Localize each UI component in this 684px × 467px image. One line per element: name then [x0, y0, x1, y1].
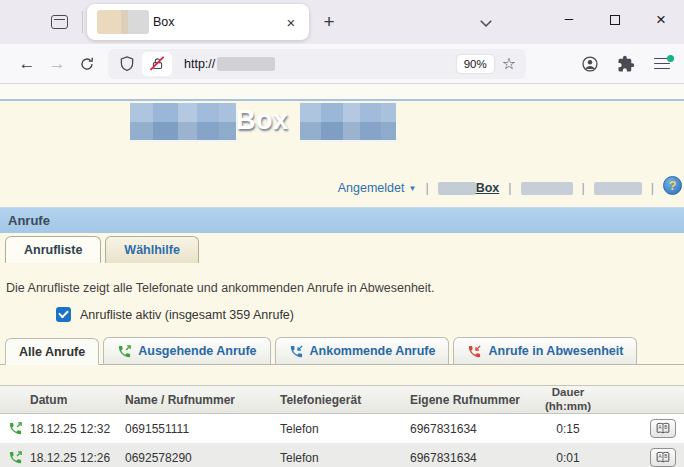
lock-slash-icon — [150, 56, 165, 71]
url-text: http:// — [184, 57, 215, 71]
filter-all-label: Alle Anrufe — [19, 345, 85, 359]
filter-incoming-label: Ankommende Anrufe — [310, 344, 436, 358]
col-own-number: Eigene Rufnummer — [410, 393, 528, 407]
table-row: 18.12.25 12:32 0691551111 Telefon 696783… — [0, 414, 684, 443]
tab-anrufliste[interactable]: Anrufliste — [5, 236, 101, 263]
main-tabs: Anrufliste Wählhilfe — [0, 233, 684, 263]
tab-waehlhilfe[interactable]: Wählhilfe — [105, 236, 199, 263]
checkbox-label: Anrufliste aktiv (insgesamt 359 Anrufe) — [80, 308, 294, 322]
cell-datum: 18.12.25 12:32 — [30, 422, 125, 436]
redacted-url — [217, 57, 275, 71]
cell-device: Telefon — [280, 451, 410, 465]
nav-separator: | — [582, 181, 585, 195]
firefox-view-button[interactable] — [44, 8, 74, 36]
banner-logo-text: Box — [236, 105, 289, 136]
nav-item-box[interactable]: Box — [438, 181, 500, 195]
redacted-brand-right — [300, 103, 396, 142]
firefox-view-icon — [51, 15, 68, 29]
puzzle-icon — [617, 55, 635, 73]
add-to-phonebook-button[interactable] — [650, 419, 676, 438]
filter-missed-label: Anrufe in Abwesenheit — [488, 344, 623, 358]
tab-close-icon[interactable]: × — [281, 12, 301, 32]
redacted-nav-item[interactable] — [521, 182, 573, 195]
cell-device: Telefon — [280, 422, 410, 436]
filter-tab-missed[interactable]: Anrufe in Abwesenheit — [453, 337, 637, 364]
cell-duration: 0:15 — [528, 422, 608, 436]
maximize-icon — [610, 15, 620, 25]
menu-button[interactable] — [647, 49, 676, 78]
page-top-strip — [0, 84, 684, 99]
logged-in-menu[interactable]: Angemeldet ▼ — [338, 181, 417, 195]
add-to-phonebook-button[interactable] — [650, 448, 676, 467]
toolbar-icons — [575, 49, 676, 78]
table-header-row: Datum Name / Rufnummer Telefoniegerät Ei… — [0, 385, 684, 414]
browser-window: Box × + – × ← → http:// 90% ☆ — [0, 0, 684, 467]
page-content: Box Angemeldet ▼ | Box | | | ? Anrufe An… — [0, 84, 684, 467]
redacted-nav-brand — [438, 182, 476, 195]
nav-separator: | — [425, 181, 428, 195]
account-button[interactable] — [575, 49, 604, 78]
outgoing-call-icon — [117, 344, 132, 359]
outgoing-call-icon — [8, 421, 23, 436]
cell-own-number: 6967831634 — [410, 422, 528, 436]
call-list-active-checkbox[interactable] — [56, 307, 71, 322]
account-icon — [581, 55, 599, 73]
top-nav-row: Angemeldet ▼ | Box | | | ? — [0, 146, 684, 207]
browser-titlebar: Box × + – × — [0, 0, 684, 44]
browser-toolbar: ← → http:// 90% ☆ — [0, 44, 684, 84]
insecure-connection-button[interactable] — [142, 52, 172, 76]
tracking-shield-icon[interactable] — [118, 55, 136, 73]
redacted-nav-item[interactable] — [594, 182, 642, 195]
nav-separator: | — [508, 181, 511, 195]
table-gap — [0, 365, 684, 385]
tab-title: Box — [153, 15, 281, 29]
cell-name: 0691551111 — [125, 422, 280, 436]
tab-list-chevron-icon[interactable] — [475, 12, 497, 34]
reload-button[interactable] — [72, 50, 102, 78]
phonebook-icon — [655, 422, 671, 435]
cell-duration: 0:01 — [528, 451, 608, 465]
maximize-button[interactable] — [592, 0, 638, 40]
section-header: Anrufe — [0, 207, 684, 233]
minimize-button[interactable]: – — [546, 0, 592, 40]
filter-tabs: Alle Anrufe Ausgehende Anrufe Ankommende… — [0, 337, 684, 365]
filter-tab-all[interactable]: Alle Anrufe — [5, 338, 99, 365]
col-datum: Datum — [30, 393, 125, 407]
nav-separator: | — [651, 181, 654, 195]
phonebook-icon — [655, 451, 671, 464]
page-title: Anrufe — [8, 213, 50, 228]
filter-tab-incoming[interactable]: Ankommende Anrufe — [275, 337, 450, 364]
redacted-brand-left — [130, 103, 236, 142]
new-tab-button[interactable]: + — [315, 8, 343, 36]
cell-own-number: 6967831634 — [410, 451, 528, 465]
zoom-level-badge[interactable]: 90% — [457, 55, 494, 73]
col-duration: Dauer (hh:mm) — [528, 386, 608, 412]
help-button[interactable]: ? — [663, 176, 682, 195]
cell-name: 0692578290 — [125, 451, 280, 465]
cell-datum: 18.12.25 12:26 — [30, 451, 125, 465]
col-name: Name / Rufnummer — [125, 393, 280, 407]
outgoing-call-icon — [8, 450, 23, 465]
filter-tab-outgoing[interactable]: Ausgehende Anrufe — [103, 337, 270, 364]
nav-box-label: Box — [476, 181, 500, 195]
hamburger-icon — [654, 58, 670, 70]
browser-tab[interactable]: Box × — [87, 4, 309, 40]
missed-call-icon — [467, 344, 482, 359]
router-banner: Box — [0, 99, 684, 146]
col-device: Telefoniegerät — [280, 393, 410, 407]
redacted-favicon — [97, 10, 149, 34]
tab-divider — [82, 11, 83, 33]
call-list-active-row: Anrufliste aktiv (insgesamt 359 Anrufe) — [56, 307, 684, 322]
back-button[interactable]: ← — [12, 50, 42, 78]
filter-outgoing-label: Ausgehende Anrufe — [138, 344, 256, 358]
url-bar[interactable]: http:// 90% ☆ — [108, 49, 526, 79]
call-table: Datum Name / Rufnummer Telefoniegerät Ei… — [0, 385, 684, 467]
incoming-call-icon — [289, 344, 304, 359]
window-controls: – × — [546, 0, 684, 40]
close-button[interactable]: × — [638, 0, 684, 40]
logged-in-label: Angemeldet — [338, 181, 405, 195]
extensions-button[interactable] — [611, 49, 640, 78]
caret-down-icon: ▼ — [408, 184, 416, 193]
forward-button[interactable]: → — [42, 50, 72, 78]
bookmark-star-icon[interactable]: ☆ — [502, 54, 516, 73]
